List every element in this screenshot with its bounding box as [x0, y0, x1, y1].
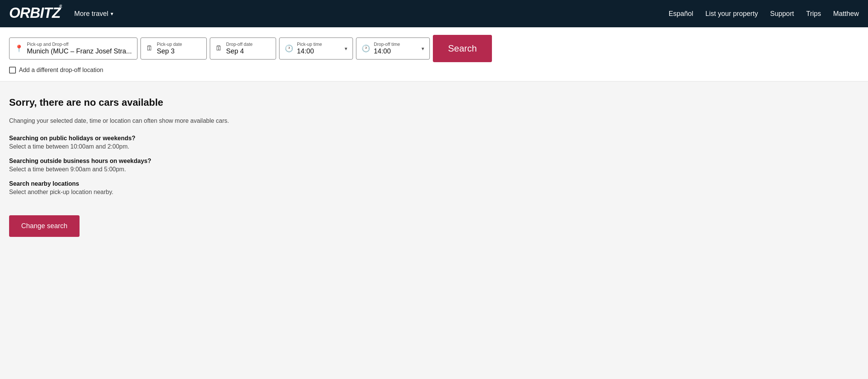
different-dropoff-row: Add a different drop-off location	[9, 67, 859, 74]
dropoff-time-left: 🕐 Drop-off time 14:00	[362, 42, 400, 55]
pickup-time-content: Pick-up time 14:00	[297, 42, 322, 55]
clock-icon-pickup: 🕐	[285, 44, 293, 53]
navbar-left: ORBITZ ® More travel ▾	[9, 4, 113, 23]
tip-heading-3: Search nearby locations	[9, 180, 332, 187]
tip-section-1: Searching on public holidays or weekends…	[9, 135, 332, 150]
no-cars-title: Sorry, there are no cars available	[9, 97, 332, 108]
logo-text: ORBITZ ®	[9, 4, 62, 23]
dropoff-date-value: Sep 4	[226, 47, 253, 55]
hint-text: Changing your selected date, time or loc…	[9, 117, 332, 124]
tip-heading-2: Searching outside business hours on week…	[9, 158, 332, 164]
logo[interactable]: ORBITZ ®	[9, 4, 62, 23]
tip-heading-1: Searching on public holidays or weekends…	[9, 135, 332, 142]
pickup-time-value: 14:00	[297, 47, 322, 55]
support-link[interactable]: Support	[770, 10, 794, 18]
chevron-down-icon: ▾	[111, 11, 113, 17]
pickup-date-label: Pick-up date	[157, 42, 182, 47]
main-content: Sorry, there are no cars available Chang…	[0, 81, 341, 252]
search-button[interactable]: Search	[433, 35, 492, 62]
pickup-time-left: 🕐 Pick-up time 14:00	[285, 42, 322, 55]
tip-body-1: Select a time between 10:00am and 2:00pm…	[9, 143, 332, 150]
clock-icon-dropoff: 🕐	[362, 44, 370, 53]
dropoff-date-label: Drop-off date	[226, 42, 253, 47]
calendar-icon-dropoff: 🗓	[215, 44, 222, 52]
dropoff-time-field[interactable]: 🕐 Drop-off time 14:00 ▾	[356, 38, 430, 59]
pickup-date-value: Sep 3	[157, 47, 182, 55]
dropoff-date-content: Drop-off date Sep 4	[226, 42, 253, 55]
location-value: Munich (MUC – Franz Josef Stra...	[27, 47, 132, 55]
navbar-right: Español List your property Support Trips…	[668, 10, 859, 18]
different-dropoff-checkbox[interactable]	[9, 67, 16, 74]
change-search-button[interactable]: Change search	[9, 215, 80, 237]
more-travel-label: More travel	[74, 10, 108, 18]
pickup-date-content: Pick-up date Sep 3	[157, 42, 182, 55]
pickup-time-chevron-icon: ▾	[345, 45, 347, 52]
location-field[interactable]: 📍 Pick-up and Drop-off Munich (MUC – Fra…	[9, 38, 137, 59]
pickup-time-field[interactable]: 🕐 Pick-up time 14:00 ▾	[279, 38, 353, 59]
location-label: Pick-up and Drop-off	[27, 42, 132, 47]
tip-body-2: Select a time between 9:00am and 5:00pm.	[9, 166, 332, 173]
tip-body-3: Select another pick-up location nearby.	[9, 189, 332, 196]
search-fields: 📍 Pick-up and Drop-off Munich (MUC – Fra…	[9, 35, 859, 62]
svg-text:ORBITZ: ORBITZ	[9, 5, 61, 20]
location-field-content: Pick-up and Drop-off Munich (MUC – Franz…	[27, 42, 132, 55]
more-travel-button[interactable]: More travel ▾	[74, 10, 113, 18]
dropoff-time-chevron-icon: ▾	[422, 45, 424, 52]
tip-section-2: Searching outside business hours on week…	[9, 158, 332, 173]
navbar: ORBITZ ® More travel ▾ Español List your…	[0, 0, 868, 27]
calendar-icon-pickup: 🗓	[146, 44, 153, 52]
espanol-link[interactable]: Español	[668, 10, 693, 18]
search-bar-container: 📍 Pick-up and Drop-off Munich (MUC – Fra…	[0, 27, 868, 81]
svg-text:®: ®	[59, 4, 62, 9]
location-icon: 📍	[15, 44, 23, 53]
tip-section-3: Search nearby locations Select another p…	[9, 180, 332, 196]
dropoff-time-label: Drop-off time	[374, 42, 400, 47]
pickup-date-field[interactable]: 🗓 Pick-up date Sep 3	[141, 38, 207, 59]
user-link[interactable]: Matthew	[833, 10, 859, 18]
dropoff-time-value: 14:00	[374, 47, 400, 55]
different-dropoff-label[interactable]: Add a different drop-off location	[19, 67, 103, 74]
list-property-link[interactable]: List your property	[706, 10, 758, 18]
trips-link[interactable]: Trips	[806, 10, 821, 18]
dropoff-time-content: Drop-off time 14:00	[374, 42, 400, 55]
dropoff-date-field[interactable]: 🗓 Drop-off date Sep 4	[210, 38, 276, 59]
pickup-time-label: Pick-up time	[297, 42, 322, 47]
